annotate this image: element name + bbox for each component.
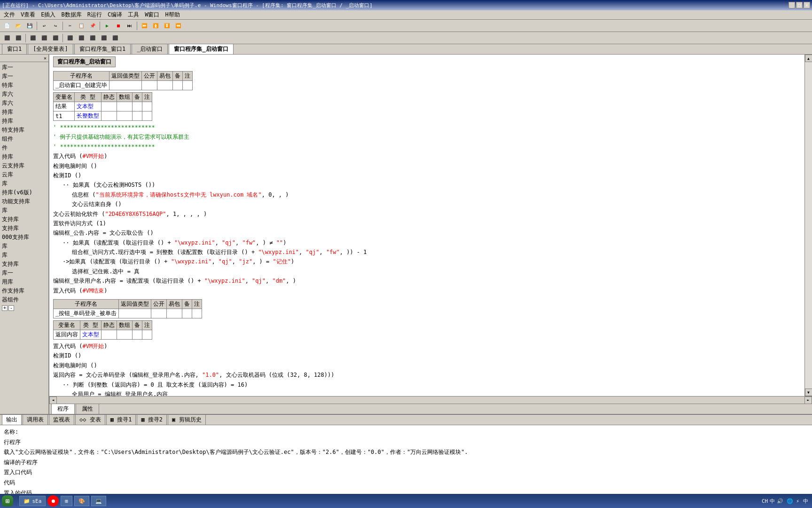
sidebar-item-20[interactable]: 000支持库 xyxy=(0,233,48,242)
menu-compile[interactable]: C编译 xyxy=(105,10,125,20)
close-button[interactable]: ✕ xyxy=(804,2,810,8)
tab-watchview[interactable]: 监视表 xyxy=(49,414,74,425)
tb2-6[interactable]: ⬛ xyxy=(65,33,75,43)
menu-run[interactable]: R运行 xyxy=(85,10,105,20)
tb-save[interactable]: 💾 xyxy=(24,21,35,31)
tab-clip-history[interactable]: ▣ 剪辑历史 xyxy=(168,414,205,425)
sidebar-item-25[interactable]: 用库 xyxy=(0,278,48,286)
tab-output[interactable]: 输出 xyxy=(2,414,22,425)
tb-copy[interactable]: 📋 xyxy=(76,21,86,31)
scroll-down-btn[interactable]: ▼ xyxy=(805,389,812,396)
tb-debug4[interactable]: ⏪ xyxy=(173,21,183,31)
taskbar-item-2[interactable]: ⏺ xyxy=(47,495,59,507)
expand-arrow-up[interactable]: - xyxy=(8,305,14,311)
scroll-right-btn[interactable]: ► xyxy=(804,397,812,404)
taskbar-item-3[interactable]: ⊞ xyxy=(61,496,72,506)
menu-database[interactable]: B数据库 xyxy=(58,10,84,20)
sidebar-item-1[interactable]: 库一 xyxy=(0,63,48,72)
sidebar-item-17[interactable]: 库 xyxy=(0,206,48,215)
tb-step[interactable]: ⏭ xyxy=(125,21,135,31)
tab-program[interactable]: 程序 xyxy=(51,404,75,414)
tab-search2[interactable]: ▦ 搜寻2 xyxy=(137,414,167,425)
v3-name: 返回内容 xyxy=(54,330,80,340)
sidebar-item-2[interactable]: 库一 xyxy=(0,72,48,81)
menu-view[interactable]: V查看 xyxy=(18,10,38,20)
tb-stop[interactable]: ■ xyxy=(113,21,124,31)
sidebar-item-19[interactable]: 支持库 xyxy=(0,224,48,233)
tab-properties[interactable]: 属性 xyxy=(76,404,99,414)
tb-debug3[interactable]: ⏬ xyxy=(162,21,172,31)
tb-open[interactable]: 📂 xyxy=(13,21,23,31)
sidebar-item-3[interactable]: 特库 xyxy=(0,81,48,90)
menu-file[interactable]: 文件 xyxy=(1,10,18,20)
vertical-scrollbar[interactable]: ▲ ▼ xyxy=(804,55,812,396)
taskbar-item-4[interactable]: 🎨 xyxy=(74,496,89,506)
tab-progset-startup[interactable]: 窗口程序集_启动窗口 xyxy=(169,44,233,55)
sidebar-scroll[interactable]: 库一 库一 特库 库六 库六 持库 持库 特支持库 组件 件 持库 云支持库 云… xyxy=(0,62,48,414)
sidebar-item-10[interactable]: 件 xyxy=(0,143,48,152)
tb2-9[interactable]: ⬛ xyxy=(99,33,109,43)
sidebar-item-9[interactable]: 组件 xyxy=(0,135,48,143)
sidebar-item-12[interactable]: 云支持库 xyxy=(0,161,48,170)
sidebar-item-16[interactable]: 功能支持库 xyxy=(0,197,48,206)
tb-run[interactable]: ▶ xyxy=(102,21,112,31)
start-button[interactable]: ⊞ xyxy=(2,495,13,507)
tb-new[interactable]: 📄 xyxy=(2,21,12,31)
tab-window1[interactable]: 窗口1 xyxy=(2,44,27,55)
sidebar-item-11[interactable]: 持库 xyxy=(0,152,48,161)
tab-calltable[interactable]: 调用表 xyxy=(23,414,48,425)
tab-startup[interactable]: _启动窗口 xyxy=(132,44,168,55)
sidebar-item-22[interactable]: 库 xyxy=(0,251,48,260)
taskbar-app-item[interactable]: 📁 sEa xyxy=(19,496,46,506)
maximize-button[interactable]: □ xyxy=(796,2,803,8)
scroll-up-btn[interactable]: ▲ xyxy=(805,55,812,62)
sidebar-item-4[interactable]: 库六 xyxy=(0,90,48,99)
tb-redo[interactable]: ↪ xyxy=(50,21,61,31)
title-text: [正在运行] - C:\Users\Administrator\Desktop\… xyxy=(2,2,788,9)
tb2-8[interactable]: ⬛ xyxy=(87,33,98,43)
tab-global-vars[interactable]: [全局变量表] xyxy=(28,44,73,55)
sidebar-item-27[interactable]: 器组件 xyxy=(0,295,48,304)
menu-insert[interactable]: E插入 xyxy=(38,10,58,20)
tab-vartable[interactable]: ◇◇ 变表 xyxy=(75,414,105,425)
sidebar-item-26[interactable]: 作支持库 xyxy=(0,286,48,295)
tb2-10[interactable]: ⬛ xyxy=(110,33,120,43)
menu-window[interactable]: W窗口 xyxy=(142,10,162,20)
minimize-button[interactable]: _ xyxy=(789,2,795,8)
scroll-left-btn[interactable]: ◄ xyxy=(49,397,57,404)
tb-debug1[interactable]: ⏩ xyxy=(139,21,149,31)
tab-search1[interactable]: ▦ 搜寻1 xyxy=(106,414,136,425)
tb-cut[interactable]: ✂ xyxy=(65,21,75,31)
sidebar-item-14[interactable]: 库 xyxy=(0,179,48,188)
tb2-7[interactable]: ⬛ xyxy=(76,33,86,43)
tb2-5[interactable]: ⬛ xyxy=(50,33,61,43)
sidebar-item-15[interactable]: 持库(v6版) xyxy=(0,188,48,197)
tb-paste[interactable]: 📌 xyxy=(87,21,98,31)
taskbar-item-5[interactable]: 💻 xyxy=(91,496,106,506)
sidebar-item-13[interactable]: 云库 xyxy=(0,170,48,179)
code-editor[interactable]: 窗口程序集_启动窗口 子程序名 返回值类型 公开 易包 备 注 xyxy=(49,55,804,396)
menu-tools[interactable]: 工具 xyxy=(125,10,142,20)
sidebar-item-5[interactable]: 库六 xyxy=(0,99,48,108)
tb2-4[interactable]: ⬛ xyxy=(39,33,49,43)
sidebar-item-8[interactable]: 特支持库 xyxy=(0,126,48,135)
tb-debug2[interactable]: ⏫ xyxy=(150,21,161,31)
tb-undo[interactable]: ↩ xyxy=(39,21,49,31)
expand-arrow-down[interactable]: + xyxy=(2,305,8,311)
sidebar-item-23[interactable]: 支持库 xyxy=(0,260,48,269)
sidebar-item-6[interactable]: 持库 xyxy=(0,108,48,117)
sidebar-item-24[interactable]: 库一 xyxy=(0,269,48,278)
horizontal-scrollbar[interactable]: ◄ ► xyxy=(49,396,812,404)
sidebar-close-btn[interactable]: ✕ xyxy=(43,56,47,61)
tb2-1[interactable]: ⬛ xyxy=(2,33,12,43)
code-line-comment1: ' 例子只提供基础功能演示，有其它需求可以联系群主 xyxy=(53,132,801,142)
sidebar-item-7[interactable]: 持库 xyxy=(0,117,48,126)
tb2-3[interactable]: ⬛ xyxy=(28,33,38,43)
tab-progset-window1[interactable]: 窗口程序集_窗口1 xyxy=(74,44,131,55)
menu-help[interactable]: H帮助 xyxy=(162,10,182,20)
sidebar-item-18[interactable]: 支持库 xyxy=(0,215,48,224)
sidebar-item-21[interactable]: 库 xyxy=(0,242,48,251)
menu-bar: 文件 V查看 E插入 B数据库 R运行 C编译 工具 W窗口 H帮助 xyxy=(0,10,812,20)
scroll-track[interactable] xyxy=(805,62,812,389)
tb2-2[interactable]: ⬛ xyxy=(13,33,23,43)
